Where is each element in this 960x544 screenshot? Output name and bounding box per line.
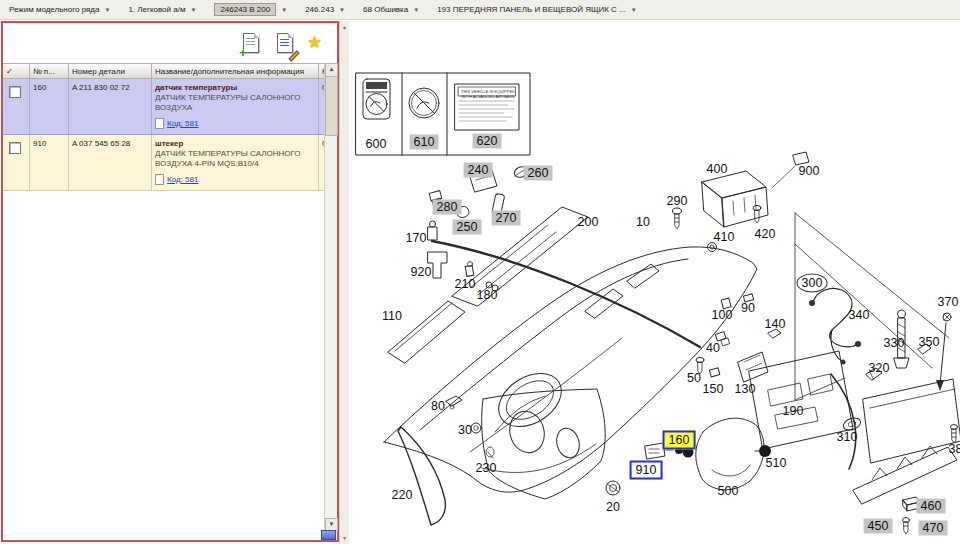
parts-scrollbar[interactable]: ▲ ▼ bbox=[324, 63, 337, 540]
part-name: датчик температуры bbox=[155, 83, 315, 92]
row-part-number: A 211 830 02 72 bbox=[69, 79, 152, 134]
part-desc: ВОЗДУХА 4-PIN MQS;B10/4 bbox=[155, 159, 315, 169]
part-desc: ДАТЧИК ТЕМПЕРАТУРЫ САЛОННОГО bbox=[155, 149, 315, 159]
topbar-dropdown[interactable]: 193 ПЕРЕДНЯЯ ПАНЕЛЬ И ВЕЩЕВОЙ ЯЩИК С ...… bbox=[428, 0, 646, 19]
code-doc-icon bbox=[155, 174, 164, 185]
code-link[interactable]: Код: 581 bbox=[167, 119, 198, 128]
part-callout-110[interactable]: 110 bbox=[382, 309, 402, 324]
part-callout-250[interactable]: 250 bbox=[453, 220, 482, 235]
row-name-cell: датчик температуры ДАТЧИК ТЕМПЕРАТУРЫ СА… bbox=[152, 79, 319, 134]
part-callout-240[interactable]: 240 bbox=[464, 163, 493, 178]
part-callout-180[interactable]: 180 bbox=[477, 288, 498, 303]
column-check: ✓ bbox=[3, 64, 30, 78]
part-callout-600[interactable]: 600 bbox=[366, 137, 387, 152]
part-callout-410[interactable]: 410 bbox=[714, 230, 735, 245]
advanced-airbag-sticker-text: THIS VEHICLE IS EQUIPPED WITH ADVANCED A… bbox=[457, 86, 519, 131]
part-callout-470[interactable]: 470 bbox=[919, 521, 948, 536]
strip-up-arrow[interactable]: ▲ bbox=[340, 24, 349, 30]
topbar-dropdown[interactable]: 68 Обшивка▼ bbox=[354, 0, 428, 19]
part-callout-260[interactable]: 260 bbox=[524, 166, 553, 181]
column-position: № п... bbox=[30, 64, 69, 78]
dropdown-caret-icon: ▼ bbox=[281, 7, 287, 13]
part-callout-500[interactable]: 500 bbox=[718, 484, 739, 499]
part-callout-610[interactable]: 610 bbox=[410, 135, 439, 150]
part-callout-230[interactable]: 230 bbox=[476, 461, 497, 476]
topbar-dropdown[interactable]: 1. Легковой а/м▼ bbox=[119, 0, 205, 19]
part-callout-620[interactable]: 620 bbox=[473, 134, 502, 149]
part-callout-20[interactable]: 20 bbox=[606, 500, 620, 515]
scroll-up-button[interactable]: ▲ bbox=[325, 63, 338, 77]
add-note-button[interactable]: + bbox=[241, 32, 263, 56]
dropdown-caret-icon: ▼ bbox=[190, 7, 196, 13]
part-callout-40[interactable]: 40 bbox=[706, 341, 720, 356]
dropdown-caret-icon: ▼ bbox=[631, 7, 637, 13]
part-callout-80[interactable]: 80 bbox=[431, 399, 445, 414]
scroll-thumb[interactable] bbox=[325, 76, 338, 136]
part-desc: ВОЗДУХА bbox=[155, 103, 315, 113]
parts-table-header: ✓ № п... Номер детали Название/дополните… bbox=[3, 63, 325, 79]
part-callout-920[interactable]: 920 bbox=[411, 265, 432, 280]
dropdown-caret-icon: ▼ bbox=[413, 7, 419, 13]
part-callout-320[interactable]: 320 bbox=[869, 361, 890, 376]
part-callout-510[interactable]: 510 bbox=[766, 456, 787, 471]
part-callout-130[interactable]: 130 bbox=[735, 382, 756, 397]
part-callout-200[interactable]: 200 bbox=[578, 215, 599, 230]
part-callout-270[interactable]: 270 bbox=[492, 211, 521, 226]
favorites-button[interactable]: ★ bbox=[307, 32, 329, 56]
favorites-star-icon: ★ bbox=[307, 33, 322, 52]
part-callout-450[interactable]: 450 bbox=[864, 519, 893, 534]
panel-resize-grip[interactable] bbox=[321, 530, 336, 540]
column-name: Название/дополнительная информация bbox=[152, 64, 319, 78]
part-callout-30[interactable]: 30 bbox=[458, 423, 472, 438]
part-callout-370[interactable]: 370 bbox=[938, 295, 959, 310]
topbar-dropdown[interactable]: 246.243▼ bbox=[296, 0, 354, 19]
part-callout-190[interactable]: 190 bbox=[783, 404, 804, 419]
part-callout-170[interactable]: 170 bbox=[406, 231, 427, 246]
part-callout-910[interactable]: 910 bbox=[630, 461, 663, 480]
code-doc-icon bbox=[155, 118, 164, 129]
table-row-910[interactable]: 910 A 037 545 65 28 штекер ДАТЧИК ТЕМПЕР… bbox=[3, 135, 325, 191]
code-link[interactable]: Код: 581 bbox=[167, 175, 198, 184]
part-desc: ДАТЧИК ТЕМПЕРАТУРЫ САЛОННОГО bbox=[155, 93, 315, 103]
part-callout-330[interactable]: 330 bbox=[884, 336, 905, 351]
part-callout-280[interactable]: 280 bbox=[433, 200, 462, 215]
part-callout-10[interactable]: 10 bbox=[636, 215, 650, 230]
part-callout-300[interactable]: 300 bbox=[797, 274, 828, 293]
row-name-cell: штекер ДАТЧИК ТЕМПЕРАТУРЫ САЛОННОГО ВОЗД… bbox=[152, 135, 319, 190]
plus-glyph: + bbox=[239, 45, 247, 60]
part-name: штекер bbox=[155, 139, 315, 148]
row-checkbox[interactable] bbox=[9, 86, 21, 98]
part-callout-160[interactable]: 160 bbox=[663, 431, 696, 450]
topbar-dropdown[interactable]: Режим модельного ряда▼ bbox=[0, 0, 119, 19]
part-callout-340[interactable]: 340 bbox=[849, 308, 870, 323]
topbar-dropdown[interactable]: 246243 B 200▼ bbox=[205, 0, 296, 19]
part-callout-100[interactable]: 100 bbox=[712, 308, 733, 323]
model-navigation-bar: Режим модельного ряда▼1. Легковой а/м▼24… bbox=[0, 0, 960, 20]
dashboard-body bbox=[384, 241, 757, 492]
part-callout-220[interactable]: 220 bbox=[392, 488, 413, 503]
edit-note-button[interactable] bbox=[275, 32, 297, 56]
part-callout-460[interactable]: 460 bbox=[917, 499, 946, 514]
strip-down-arrow[interactable]: ▼ bbox=[340, 535, 349, 541]
part-callout-90[interactable]: 90 bbox=[741, 301, 755, 316]
parts-table: ✓ № п... Номер детали Название/дополните… bbox=[3, 63, 325, 191]
part-callout-900[interactable]: 900 bbox=[799, 164, 820, 179]
part-callout-400[interactable]: 400 bbox=[707, 162, 728, 177]
part-callout-50[interactable]: 50 bbox=[687, 371, 701, 386]
part-callout-310[interactable]: 310 bbox=[837, 430, 858, 445]
dropdown-caret-icon: ▼ bbox=[104, 7, 110, 13]
row-position: 160 bbox=[30, 79, 69, 134]
part-callout-140[interactable]: 140 bbox=[765, 317, 786, 332]
part-callout-210[interactable]: 210 bbox=[455, 277, 476, 292]
edit-note-icon bbox=[277, 33, 293, 53]
part-callout-380[interactable]: 380 bbox=[949, 442, 960, 457]
part-callout-290[interactable]: 290 bbox=[667, 194, 688, 209]
part-callout-150[interactable]: 150 bbox=[703, 382, 724, 397]
row-part-number: A 037 545 65 28 bbox=[69, 135, 152, 190]
row-position: 910 bbox=[30, 135, 69, 190]
part-callout-420[interactable]: 420 bbox=[755, 227, 776, 242]
part-callout-350[interactable]: 350 bbox=[919, 335, 940, 350]
row-checkbox[interactable] bbox=[9, 142, 21, 154]
table-row-160[interactable]: 160 A 211 830 02 72 датчик температуры Д… bbox=[3, 79, 325, 135]
column-partnumber: Номер детали bbox=[69, 64, 152, 78]
